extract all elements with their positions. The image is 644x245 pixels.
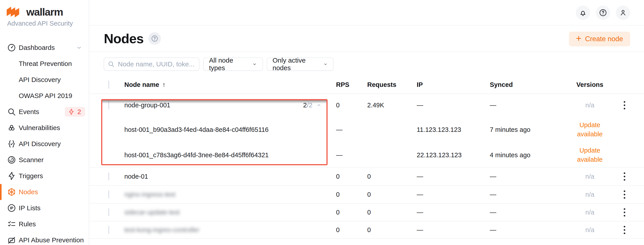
sidebar-item-label: Nodes [19, 188, 38, 196]
create-node-label: Create node [585, 35, 623, 43]
table-row-node[interactable]: node-01 0 0 — — n/a [90, 167, 644, 185]
sidebar-item-label: Scanner [19, 156, 44, 164]
ip-value: — [415, 191, 488, 198]
table-row-host-instance[interactable]: host-001_c78s3ag6-d4fd-3nee-8e84-d45ff6f… [90, 143, 644, 167]
biohazard-icon [7, 124, 16, 132]
ip-value: — [415, 226, 488, 234]
node-name: host-001_b90a3ad3-f4ed-4daa-8e84-c04ff6f… [124, 126, 268, 134]
synced-value: 7 minutes ago [488, 126, 562, 134]
search-input[interactable] [118, 60, 196, 68]
row-checkbox[interactable] [108, 208, 109, 216]
update-available-link[interactable]: Update available [573, 146, 606, 164]
notifications-button[interactable] [576, 6, 590, 20]
sidebar-item-threat-prevention[interactable]: Threat Prevention [0, 56, 89, 72]
column-header-node-name[interactable]: Node name ↑ [116, 81, 335, 88]
chevron-up-icon [316, 102, 322, 108]
row-checkbox[interactable] [108, 190, 109, 198]
sidebar-item-triggers[interactable]: Triggers [0, 168, 89, 184]
synced-value: — [488, 191, 562, 198]
bell-icon [579, 8, 587, 17]
node-name-blurred: sidecar-update-test [124, 209, 180, 216]
group-collapse-toggle[interactable]: 2/2 [303, 101, 322, 109]
table-row-node-group[interactable]: node-group-001 2/2 0 2.49K — — n/a [90, 94, 644, 116]
row-menu-button[interactable] [622, 170, 627, 182]
wallarm-logo-icon [7, 6, 23, 18]
activity-filter[interactable]: Only active nodes [267, 58, 334, 71]
node-type-filter-value: All node types [209, 56, 248, 72]
row-menu-button[interactable] [622, 189, 627, 200]
select-all-checkbox[interactable] [108, 81, 109, 89]
table-row-node[interactable]: nginx-ingress-test 0 0 — — n/a [90, 185, 644, 203]
sidebar-item-api-discovery[interactable]: API Discovery [0, 136, 89, 152]
column-header-versions[interactable]: Versions [562, 81, 618, 88]
row-checkbox[interactable] [108, 172, 109, 180]
node-name: node-01 [124, 173, 148, 180]
main-area: Nodes + Create node All node types [90, 0, 644, 245]
ip-value: — [415, 173, 488, 180]
sidebar-item-label: Triggers [19, 172, 43, 180]
braces-check-icon [7, 140, 16, 148]
synced-value: 4 minutes ago [488, 152, 562, 159]
row-checkbox[interactable] [108, 101, 109, 109]
table-row-node[interactable]: test-kong-ingres-controller 0 0 — — n/a [90, 221, 644, 239]
group-active-count: 2 [303, 101, 307, 109]
node-type-filter[interactable]: All node types [203, 58, 263, 71]
sort-ascending-icon: ↑ [162, 81, 166, 88]
ip-value: 22.123.123.123 [415, 152, 488, 159]
events-attack-badge[interactable]: 2 [65, 107, 85, 117]
column-header-synced[interactable]: Synced [488, 81, 562, 88]
row-menu-button[interactable] [622, 224, 627, 236]
radar-icon [7, 156, 16, 164]
create-node-button[interactable]: + Create node [569, 32, 630, 46]
sidebar-item-ip-lists[interactable]: IP IP Lists [0, 200, 89, 216]
sidebar-item-api-abuse-prevention[interactable]: API Abuse Prevention [0, 232, 89, 245]
bolt-icon [7, 172, 16, 180]
sidebar-item-owasp-api-2019[interactable]: OWASP API 2019 [0, 88, 89, 104]
nodes-table: Node name ↑ RPS Requests IP Synced Versi… [90, 76, 644, 239]
page-title: Nodes [104, 31, 144, 46]
account-button[interactable] [616, 6, 630, 20]
chevron-down-icon[interactable] [76, 45, 82, 50]
page-header: Nodes + Create node [90, 26, 644, 52]
column-header-requests[interactable]: Requests [366, 81, 415, 88]
sidebar-item-events[interactable]: Events 2 [0, 104, 89, 120]
sidebar-item-rules[interactable]: Rules [0, 216, 89, 232]
node-name: node-group-001 [124, 102, 170, 109]
brand[interactable]: wallarm [0, 0, 89, 18]
sidebar-item-vulnerabilities[interactable]: Vulnerabilities [0, 120, 89, 136]
page-help-button[interactable] [148, 32, 161, 45]
row-menu-button[interactable] [622, 206, 627, 218]
sidebar-item-label: API Discovery [19, 140, 60, 148]
activity-filter-value: Only active nodes [272, 56, 320, 72]
table-row-node[interactable]: sidecar-update-test 0 0 — — n/a [90, 203, 644, 221]
sidebar: wallarm Advanced API Security Dashboards… [0, 0, 89, 245]
node-name: host-001_c78s3ag6-d4fd-3nee-8e84-d45ff6f… [124, 152, 269, 159]
sidebar-item-nodes[interactable]: Nodes [0, 184, 89, 200]
sidebar-item-scanner[interactable]: Scanner [0, 152, 89, 168]
column-header-rps[interactable]: RPS [335, 81, 366, 88]
help-icon [151, 35, 158, 42]
sidebar-item-dashboards[interactable]: Dashboards [0, 40, 89, 56]
help-icon [599, 8, 607, 17]
group-total-count: /2 [307, 101, 312, 109]
sidebar-item-label: IP Lists [19, 204, 40, 212]
help-button[interactable] [596, 6, 610, 20]
search-box[interactable] [104, 58, 200, 71]
table-row-host-instance[interactable]: host-001_b90a3ad3-f4ed-4daa-8e84-c04ff6f… [90, 116, 644, 143]
rps-value: 0 [335, 102, 366, 109]
row-menu-button[interactable] [622, 99, 627, 111]
rps-value: 0 [335, 226, 366, 234]
requests-value: 0 [366, 173, 415, 180]
requests-value: 0 [366, 191, 415, 198]
user-icon [619, 8, 627, 17]
update-available-link[interactable]: Update available [573, 120, 606, 139]
synced-value: — [488, 102, 562, 109]
sidebar-item-label: Events [19, 108, 39, 116]
sidebar-item-label: Threat Prevention [19, 60, 72, 68]
synced-value: — [488, 226, 562, 234]
sidebar-item-api-discovery-dashboard[interactable]: API Discovery [0, 72, 89, 88]
svg-text:IP: IP [10, 206, 13, 210]
column-header-ip[interactable]: IP [415, 81, 488, 88]
row-checkbox[interactable] [108, 226, 109, 234]
requests-value: 0 [366, 226, 415, 234]
